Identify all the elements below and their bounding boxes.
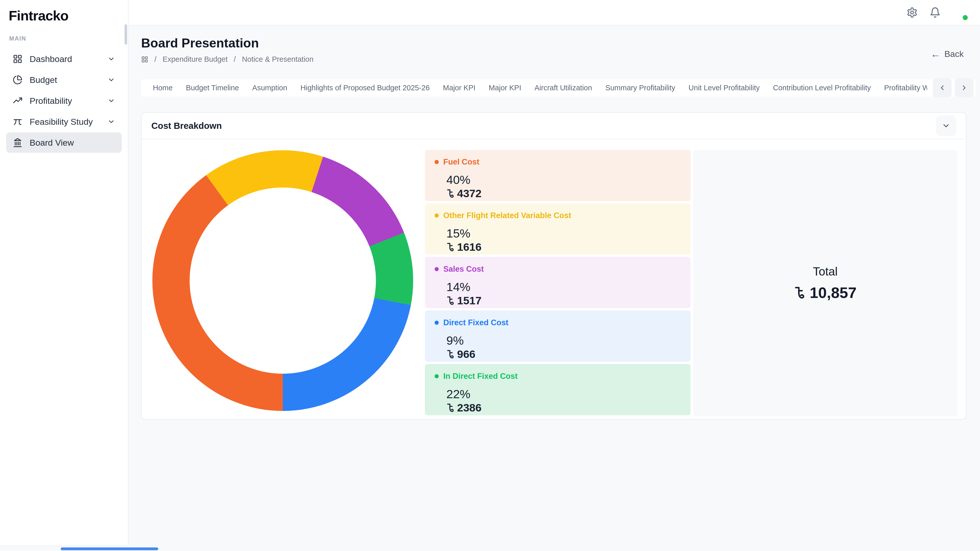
gear-icon[interactable] — [907, 7, 918, 18]
chevron-left-icon — [939, 84, 946, 92]
chevron-down-icon — [107, 76, 115, 84]
app-logo: Fintracko — [0, 0, 128, 24]
chevron-down-icon — [107, 118, 115, 125]
legend-label: Fuel Cost — [443, 157, 479, 167]
bell-icon[interactable] — [929, 7, 941, 18]
back-button-label: Back — [944, 49, 964, 59]
app-screen: Fintracko MAIN Dashboard Budget — [0, 0, 980, 551]
legend-amount: 966 — [446, 348, 681, 360]
card-body: Fuel Cost 40% 4372 Other Flight Related … — [142, 139, 966, 419]
tab-profitability-without-g[interactable]: Profitability Without G — [884, 84, 927, 92]
tab-contribution-level-profitability[interactable]: Contribution Level Profitability — [773, 84, 871, 92]
back-button[interactable]: ← Back — [931, 49, 964, 59]
sidebar-item-label: Budget — [30, 75, 57, 85]
sidebar-section-label: MAIN — [9, 35, 128, 42]
legend-item-other-flight-variable-cost[interactable]: Other Flight Related Variable Cost 15% 1… — [425, 203, 690, 254]
tab-asumption[interactable]: Asumption — [252, 84, 287, 92]
taka-sign-icon — [446, 403, 454, 413]
tab-home[interactable]: Home — [153, 84, 172, 92]
legend-item-fuel-cost[interactable]: Fuel Cost 40% 4372 — [425, 150, 690, 201]
tab-highlights[interactable]: Highlights of Proposed Budget 2025-26 — [301, 84, 430, 92]
taka-sign-icon — [794, 286, 805, 300]
legend-label: Other Flight Related Variable Cost — [443, 211, 571, 220]
tab-major-kpi-2[interactable]: Major KPI — [489, 84, 521, 92]
taka-sign-icon — [446, 242, 454, 252]
legend-dot — [434, 160, 439, 164]
legend-label: Direct Fixed Cost — [443, 318, 508, 327]
legend-dot — [434, 213, 439, 218]
taka-sign-icon — [446, 295, 454, 306]
legend-percent: 14% — [446, 280, 681, 294]
topbar — [128, 0, 980, 25]
total-label: Total — [813, 265, 838, 278]
horizontal-scrollbar-thumb[interactable] — [61, 548, 158, 550]
tab-budget-timeline[interactable]: Budget Timeline — [186, 84, 239, 92]
chevron-down-icon — [107, 55, 115, 63]
legend-item-sales-cost[interactable]: Sales Cost 14% 1517 — [425, 257, 690, 308]
pi-symbol-icon — [13, 117, 22, 127]
chart-legend: Fuel Cost 40% 4372 Other Flight Related … — [425, 150, 690, 415]
tab-summary-profitability[interactable]: Summary Profitability — [605, 84, 675, 92]
total-panel: Total 10,857 — [693, 150, 957, 416]
legend-dot — [434, 321, 439, 325]
pie-chart-icon — [13, 75, 22, 85]
legend-amount: 2386 — [446, 402, 681, 414]
legend-dot — [434, 374, 439, 378]
donut-hole — [189, 187, 376, 374]
tab-scroll-controls — [933, 78, 974, 97]
sidebar-nav: Dashboard Budget Profitability — [0, 49, 128, 153]
tab-aircraft-utilization[interactable]: Aircraft Utilization — [535, 84, 592, 92]
sidebar-item-label: Feasibility Study — [30, 117, 93, 127]
legend-item-direct-fixed-cost[interactable]: Direct Fixed Cost 9% 966 — [425, 310, 690, 362]
sidebar-item-feasibility-study[interactable]: Feasibility Study — [6, 111, 122, 132]
sidebar-item-label: Dashboard — [30, 54, 72, 64]
sidebar-item-dashboard[interactable]: Dashboard — [6, 49, 122, 69]
sidebar-item-label: Board View — [30, 138, 74, 148]
total-amount: 10,857 — [794, 284, 857, 302]
card-header: Cost Breakdown — [142, 113, 966, 139]
breadcrumb: / Expenditure Budget / Notice & Presenta… — [141, 55, 313, 64]
chevron-down-icon — [107, 97, 115, 105]
sidebar-item-budget[interactable]: Budget — [6, 70, 122, 90]
grid-icon — [13, 54, 22, 64]
legend-percent: 22% — [446, 387, 681, 401]
legend-amount: 1616 — [446, 241, 681, 253]
breadcrumb-item[interactable]: Notice & Presentation — [242, 55, 313, 64]
donut-chart[interactable] — [152, 150, 413, 411]
tabs-scroll-right-button[interactable] — [955, 78, 974, 97]
user-avatar[interactable] — [953, 5, 967, 20]
online-status-dot — [963, 15, 968, 20]
card-collapse-button[interactable] — [936, 116, 956, 136]
legend-amount: 1517 — [446, 294, 681, 307]
page-title: Board Presentation — [141, 36, 259, 51]
legend-percent: 40% — [446, 173, 681, 187]
grid-icon[interactable] — [141, 56, 148, 63]
legend-dot — [434, 267, 439, 271]
breadcrumb-item[interactable]: Expenditure Budget — [162, 55, 228, 64]
cost-breakdown-card: Cost Breakdown Fuel Cost 40% — [141, 112, 966, 420]
tabs-strip: Home Budget Timeline Asumption Highlight… — [141, 84, 927, 92]
tabs-scroll-left-button[interactable] — [933, 78, 952, 97]
landmark-icon — [13, 138, 22, 148]
sidebar: Fintracko MAIN Dashboard Budget — [0, 0, 128, 546]
legend-amount: 4372 — [446, 187, 681, 200]
legend-label: In Direct Fixed Cost — [443, 372, 517, 381]
arrow-left-icon: ← — [931, 49, 940, 59]
breadcrumb-separator: / — [234, 55, 236, 64]
legend-percent: 9% — [446, 333, 681, 348]
legend-percent: 15% — [446, 226, 681, 240]
section-tabbar: Home Budget Timeline Asumption Highlight… — [141, 79, 976, 97]
legend-item-indirect-fixed-cost[interactable]: In Direct Fixed Cost 22% 2386 — [425, 364, 690, 415]
sidebar-item-board-view[interactable]: Board View — [6, 132, 122, 153]
legend-label: Sales Cost — [443, 265, 484, 274]
sidebar-scrollbar-thumb[interactable] — [124, 24, 127, 44]
card-title: Cost Breakdown — [151, 121, 222, 131]
breadcrumb-separator: / — [154, 55, 156, 64]
tab-major-kpi-1[interactable]: Major KPI — [443, 84, 476, 92]
taka-sign-icon — [446, 349, 454, 359]
taka-sign-icon — [446, 189, 454, 199]
chevron-down-icon — [942, 121, 950, 130]
sidebar-item-profitability[interactable]: Profitability — [6, 91, 122, 111]
tab-unit-level-profitability[interactable]: Unit Level Profitability — [689, 84, 760, 92]
sidebar-item-label: Profitability — [30, 96, 72, 106]
